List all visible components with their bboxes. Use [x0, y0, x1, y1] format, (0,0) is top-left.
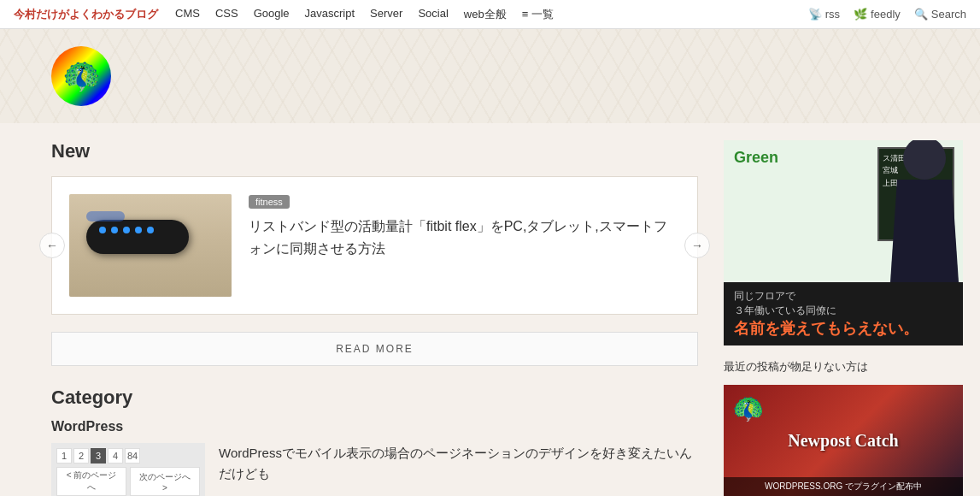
carousel: ← → fitness リストバンド型の活動量計「fitbit flex」をPC… — [51, 176, 698, 315]
pagination-widget: 1 2 3 4 84 < 前のページへ 次のページへ > — [51, 443, 205, 496]
nav-css[interactable]: CSS — [215, 7, 238, 22]
category-post: 1 2 3 4 84 < 前のページへ 次のページへ > WordPressでモ… — [51, 443, 698, 496]
sidebar-ad-inner: Green ス清田宮城上田 同じフロアで ３年働いている同僚に — [724, 140, 963, 345]
carousel-prev-button[interactable]: ← — [39, 233, 65, 258]
nav-right: 📡 rss 🌿 feedly 🔍 Search — [808, 8, 966, 21]
site-brand[interactable]: 今村だけがよくわかるブログ — [14, 7, 158, 22]
carousel-image — [69, 194, 232, 297]
page-num-84[interactable]: 84 — [125, 448, 140, 464]
site-logo[interactable] — [51, 46, 111, 106]
category-post-title: WordPressでモバイル表示の場合のページネーションのデザインを好き変えたい… — [219, 443, 698, 484]
read-more-button[interactable]: READ MORE — [51, 332, 698, 366]
carousel-next-button[interactable]: → — [684, 233, 710, 258]
page-num-2[interactable]: 2 — [73, 448, 89, 464]
banner-bottom-text: WORDPRESS.ORG でプラグイン配布中 — [724, 477, 963, 496]
content-area: New ← → fitness リストバンド型の活動量計「fitbit flex… — [0, 123, 715, 496]
category-thumbnail: 1 2 3 4 84 < 前のページへ 次のページへ > — [51, 443, 205, 496]
nav-server[interactable]: Server — [370, 7, 402, 22]
carousel-info: fitness リストバンド型の活動量計「fitbit flex」をPC,タブレ… — [249, 194, 680, 268]
nav-google[interactable]: Google — [254, 7, 290, 22]
carousel-article-title: リストバンド型の活動量計「fitbit flex」をPC,タブレット,スマートフ… — [249, 216, 680, 259]
rss-link[interactable]: 📡 rss — [808, 8, 840, 21]
wordpress-category-label: WordPress — [51, 419, 698, 434]
category-section-title: Category — [51, 387, 698, 409]
banner-logo-icon: 🦚 — [732, 393, 764, 423]
feedly-icon: 🌿 — [854, 8, 867, 21]
search-link[interactable]: 🔍 Search — [914, 8, 966, 21]
nav-weball[interactable]: web全般 — [464, 7, 507, 22]
nav-links: CMS CSS Google Javascript Server Social … — [175, 7, 808, 22]
main-nav: 今村だけがよくわかるブログ CMS CSS Google Javascript … — [0, 0, 980, 29]
page-num-4[interactable]: 4 — [108, 448, 123, 464]
nav-cms[interactable]: CMS — [175, 7, 200, 22]
article-tag[interactable]: fitness — [249, 195, 290, 209]
sidebar: Green ス清田宮城上田 同じフロアで ３年働いている同僚に — [715, 123, 980, 496]
hex-background — [0, 29, 980, 123]
prev-page-button[interactable]: < 前のページへ — [56, 467, 126, 496]
feedly-link[interactable]: 🌿 feedly — [854, 8, 901, 21]
ad-top-section: Green ス清田宮城上田 — [724, 140, 963, 282]
search-icon: 🔍 — [914, 8, 928, 21]
ad-bottom-section: 同じフロアで ３年働いている同僚に 名前を覚えてもらえない。 — [724, 282, 963, 345]
banner-center-content: Newpost Catch — [788, 431, 898, 451]
banner-title: Newpost Catch — [788, 431, 898, 451]
page-numbers-row: 1 2 3 4 84 — [56, 448, 200, 464]
next-page-button[interactable]: 次のページへ > — [130, 467, 200, 496]
site-header — [0, 29, 980, 123]
person-body — [890, 180, 959, 282]
wristband-image — [69, 194, 232, 297]
sidebar-ad[interactable]: Green ス清田宮城上田 同じフロアで ３年働いている同僚に — [724, 140, 963, 345]
page-nav-row: < 前のページへ 次のページへ > — [56, 467, 200, 496]
category-section: Category WordPress 1 2 3 4 84 < 前のページへ — [51, 387, 698, 496]
sidebar-recent-text: 最近の投稿が物足りない方は — [724, 359, 963, 375]
person-silhouette — [860, 140, 963, 282]
wristband-device — [86, 220, 189, 254]
main-layout: New ← → fitness リストバンド型の活動量計「fitbit flex… — [0, 123, 980, 496]
ad-big-text: 名前を覚えてもらえない。 — [734, 318, 953, 339]
rss-icon: 📡 — [808, 8, 822, 21]
nav-list[interactable]: ≡ 一覧 — [522, 7, 554, 22]
page-num-3-active[interactable]: 3 — [91, 448, 106, 464]
nav-javascript[interactable]: Javascript — [305, 7, 355, 22]
ad-line2: ３年働いている同僚に — [734, 304, 953, 318]
ad-line1: 同じフロアで — [734, 289, 953, 304]
person-head — [903, 140, 946, 180]
nav-social[interactable]: Social — [418, 7, 448, 22]
sidebar-newpost-banner[interactable]: 🦚 Newpost Catch WORDPRESS.ORG でプラグイン配布中 — [724, 385, 963, 496]
new-section-title: New — [51, 140, 698, 162]
carousel-content: fitness リストバンド型の活動量計「fitbit flex」をPC,タブレ… — [69, 194, 680, 297]
page-num-1[interactable]: 1 — [56, 448, 72, 464]
